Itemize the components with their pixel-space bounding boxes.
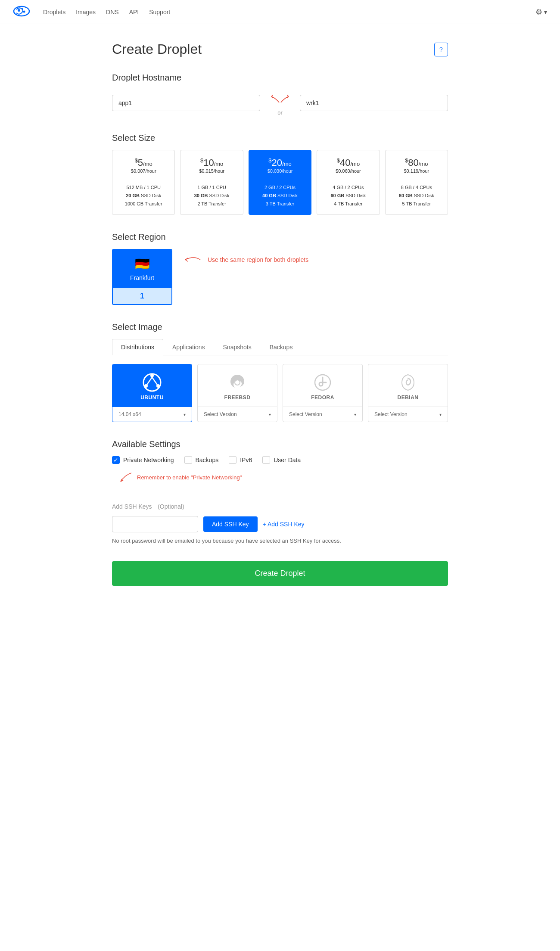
- version-label: 14.04 x64: [118, 411, 141, 417]
- size-specs: 4 GB / 2 CPUs 60 GB SSD Disk 4 TB Transf…: [322, 183, 374, 208]
- size-hourly: $0.119/hour: [391, 168, 442, 174]
- region-container: 🇩🇪 Frankfurt 1 Use the same region for b…: [112, 249, 448, 305]
- checkbox-1[interactable]: [184, 456, 192, 464]
- size-card-20[interactable]: $20/mo $0.030/hour 2 GB / 2 CPUs 40 GB S…: [249, 150, 311, 215]
- help-button[interactable]: ?: [434, 43, 448, 56]
- settings-annotation: Remember to enable "Private Networking": [112, 471, 448, 484]
- checkbox-label-2: IPv6: [240, 457, 252, 463]
- checkbox-label-0: Private Networking: [123, 457, 174, 463]
- checkbox-label-3: User Data: [274, 457, 301, 463]
- chevron-down-icon: ▾: [439, 412, 442, 417]
- ssh-optional-label: (Optional): [158, 503, 184, 510]
- image-card-top: FREEBSD: [198, 364, 277, 407]
- settings-annotation-text: Remember to enable "Private Networking": [137, 474, 242, 481]
- size-price: $40/mo: [322, 157, 374, 168]
- image-tab-distributions[interactable]: Distributions: [112, 339, 163, 355]
- settings-section-title: Available Settings: [112, 439, 448, 449]
- hostname-section: Droplet Hostname or: [112, 73, 448, 116]
- checkbox-label-1: Backups: [196, 457, 219, 463]
- size-hourly: $0.015/hour: [186, 168, 237, 174]
- checkbox-item-user-data[interactable]: User Data: [262, 456, 301, 464]
- svg-line-9: [147, 377, 152, 385]
- image-tab-applications[interactable]: Applications: [163, 339, 214, 355]
- image-tabs: DistributionsApplicationsSnapshotsBackup…: [112, 339, 448, 355]
- image-card-top: FEDORA: [283, 364, 362, 407]
- image-card-bottom[interactable]: 14.04 x64 ▾: [112, 407, 192, 422]
- page-title: Create Droplet: [112, 41, 202, 57]
- image-section-title: Select Image: [112, 322, 448, 332]
- create-droplet-button[interactable]: Create Droplet: [112, 561, 448, 586]
- add-ssh-key-link[interactable]: + Add SSH Key: [263, 521, 305, 528]
- image-card-bottom[interactable]: Select Version ▾: [198, 407, 277, 422]
- nav-chevron-icon: ▾: [544, 9, 547, 16]
- size-specs: 1 GB / 1 CPU 30 GB SSD Disk 2 TB Transfe…: [186, 183, 237, 208]
- size-card-80[interactable]: $80/mo $0.119/hour 8 GB / 4 CPUs 80 GB S…: [385, 150, 448, 215]
- size-card-40[interactable]: $40/mo $0.060/hour 4 GB / 2 CPUs 60 GB S…: [317, 150, 380, 215]
- distro-icon-debian: [375, 373, 441, 395]
- settings-row: ✓ Private Networking Backups IPv6 User D…: [112, 456, 448, 464]
- size-price: $10/mo: [186, 157, 237, 168]
- checkbox-item-backups[interactable]: Backups: [184, 456, 219, 464]
- image-card-bottom[interactable]: Select Version ▾: [283, 407, 362, 422]
- nav-links: Droplets Images DNS API Support: [43, 9, 535, 16]
- hostname-row: or: [112, 90, 448, 116]
- version-label: Select Version: [289, 411, 322, 417]
- add-ssh-key-button[interactable]: Add SSH Key: [203, 516, 258, 532]
- version-select[interactable]: ▾: [354, 412, 356, 417]
- image-card-top: DEBIAN: [368, 364, 448, 407]
- nav-dns[interactable]: DNS: [106, 9, 119, 16]
- or-divider: or: [267, 90, 293, 116]
- svg-point-0: [14, 6, 29, 16]
- region-card-frankfurt[interactable]: 🇩🇪 Frankfurt 1: [112, 249, 172, 305]
- image-card-bottom[interactable]: Select Version ▾: [368, 407, 448, 422]
- settings-arrow-icon: [116, 471, 134, 484]
- chevron-down-icon: ▾: [354, 412, 356, 417]
- size-hourly: $0.030/hour: [254, 168, 306, 174]
- image-card-debian[interactable]: DEBIAN Select Version ▾: [368, 364, 448, 422]
- size-card-10[interactable]: $10/mo $0.015/hour 1 GB / 1 CPU 30 GB SS…: [180, 150, 243, 215]
- svg-point-10: [235, 380, 240, 385]
- region-annotation-container: Use the same region for both droplets: [181, 253, 308, 266]
- settings-menu[interactable]: ⚙ ▾: [535, 7, 547, 17]
- image-tab-snapshots[interactable]: Snapshots: [214, 339, 261, 355]
- hostname-input-1[interactable]: [112, 95, 260, 111]
- ssh-row: Add SSH Key + Add SSH Key: [112, 516, 448, 532]
- checkbox-0[interactable]: ✓: [112, 456, 120, 464]
- or-text: or: [277, 109, 283, 116]
- size-card-5[interactable]: $5/mo $0.007/hour 512 MB / 1 CPU 20 GB S…: [112, 150, 175, 215]
- hostname-input-2[interactable]: [300, 95, 448, 111]
- image-tab-backups[interactable]: Backups: [261, 339, 302, 355]
- svg-point-2: [22, 8, 23, 10]
- size-specs: 512 MB / 1 CPU 20 GB SSD Disk 1000 GB Tr…: [118, 183, 169, 208]
- size-cards: $5/mo $0.007/hour 512 MB / 1 CPU 20 GB S…: [112, 150, 448, 215]
- image-card-freebsd[interactable]: FREEBSD Select Version ▾: [197, 364, 277, 422]
- logo[interactable]: [13, 5, 30, 19]
- ssh-note: No root password will be emailed to you …: [112, 538, 448, 544]
- checkbox-item-ipv6[interactable]: IPv6: [229, 456, 252, 464]
- nav-droplets[interactable]: Droplets: [43, 9, 65, 16]
- svg-line-8: [152, 377, 157, 385]
- image-card-top: UBUNTU: [112, 364, 192, 407]
- nav-support[interactable]: Support: [149, 9, 170, 16]
- nav-api[interactable]: API: [129, 9, 139, 16]
- image-card-fedora[interactable]: FEDORA Select Version ▾: [283, 364, 363, 422]
- version-select[interactable]: ▾: [439, 412, 442, 417]
- size-section: Select Size $5/mo $0.007/hour 512 MB / 1…: [112, 133, 448, 215]
- image-section: Select Image DistributionsApplicationsSn…: [112, 322, 448, 422]
- size-section-title: Select Size: [112, 133, 448, 143]
- size-specs: 2 GB / 2 CPUs 40 GB SSD Disk 3 TB Transf…: [254, 183, 306, 208]
- size-price: $80/mo: [391, 157, 442, 168]
- version-select[interactable]: ▾: [269, 412, 271, 417]
- settings-section: Available Settings ✓ Private Networking …: [112, 439, 448, 484]
- checkbox-3[interactable]: [262, 456, 270, 464]
- ssh-input[interactable]: [112, 516, 198, 532]
- chevron-down-icon: ▾: [184, 412, 186, 417]
- checkbox-2[interactable]: [229, 456, 236, 464]
- checkbox-item-private-networking[interactable]: ✓ Private Networking: [112, 456, 174, 464]
- image-name: UBUNTU: [119, 395, 185, 401]
- size-price: $20/mo: [254, 157, 306, 168]
- image-card-ubuntu[interactable]: UBUNTU 14.04 x64 ▾: [112, 364, 192, 422]
- nav-images[interactable]: Images: [76, 9, 96, 16]
- distro-icon-fedora: [290, 373, 355, 395]
- svg-point-3: [23, 11, 25, 13]
